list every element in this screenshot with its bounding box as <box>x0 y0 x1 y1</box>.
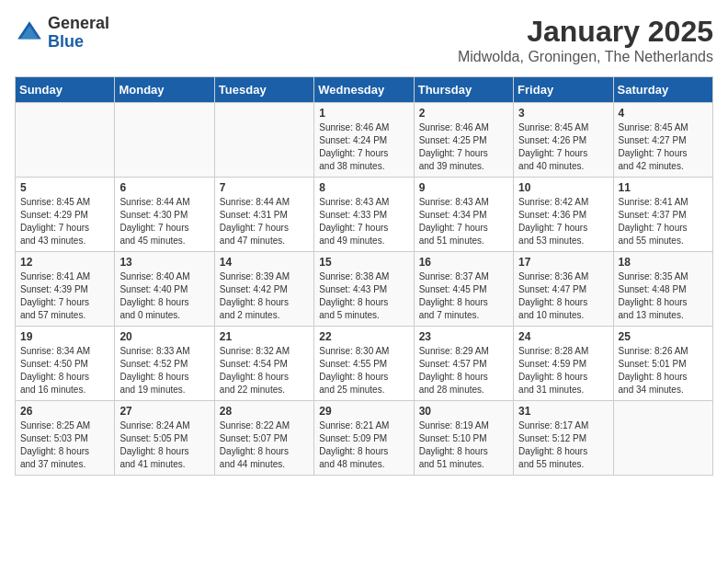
calendar-day-cell <box>115 103 214 178</box>
calendar-day-cell: 28Sunrise: 8:22 AM Sunset: 5:07 PM Dayli… <box>214 401 313 476</box>
calendar-day-cell: 21Sunrise: 8:32 AM Sunset: 4:54 PM Dayli… <box>214 327 313 401</box>
day-info: Sunrise: 8:44 AM Sunset: 4:31 PM Dayligh… <box>220 196 309 247</box>
day-info: Sunrise: 8:45 AM Sunset: 4:29 PM Dayligh… <box>20 196 109 247</box>
day-number: 22 <box>319 330 408 343</box>
day-info: Sunrise: 8:41 AM Sunset: 4:37 PM Dayligh… <box>619 196 708 247</box>
day-number: 28 <box>220 405 309 418</box>
calendar-week-row: 12Sunrise: 8:41 AM Sunset: 4:39 PM Dayli… <box>16 252 713 327</box>
weekday-header: Saturday <box>613 77 712 103</box>
calendar-day-cell: 27Sunrise: 8:24 AM Sunset: 5:05 PM Dayli… <box>115 401 214 476</box>
day-number: 17 <box>518 256 608 269</box>
day-number: 27 <box>119 405 209 418</box>
calendar-day-cell <box>613 401 712 476</box>
day-number: 31 <box>518 405 608 418</box>
calendar-day-cell: 26Sunrise: 8:25 AM Sunset: 5:03 PM Dayli… <box>16 401 115 476</box>
day-info: Sunrise: 8:35 AM Sunset: 4:48 PM Dayligh… <box>619 270 708 322</box>
day-number: 1 <box>319 107 408 120</box>
calendar-day-cell: 7Sunrise: 8:44 AM Sunset: 4:31 PM Daylig… <box>214 178 313 252</box>
weekday-header: Friday <box>514 77 613 103</box>
calendar-day-cell: 16Sunrise: 8:37 AM Sunset: 4:45 PM Dayli… <box>414 252 513 327</box>
weekday-header: Thursday <box>414 77 513 103</box>
day-number: 5 <box>20 181 109 194</box>
calendar-day-cell: 2Sunrise: 8:46 AM Sunset: 4:25 PM Daylig… <box>414 103 513 178</box>
calendar-week-row: 26Sunrise: 8:25 AM Sunset: 5:03 PM Dayli… <box>16 401 713 476</box>
calendar-day-cell <box>214 103 313 178</box>
day-number: 13 <box>119 256 209 269</box>
calendar-day-cell: 24Sunrise: 8:28 AM Sunset: 4:59 PM Dayli… <box>514 327 613 401</box>
day-info: Sunrise: 8:24 AM Sunset: 5:05 PM Dayligh… <box>119 419 209 471</box>
day-number: 26 <box>20 405 109 418</box>
day-number: 4 <box>619 107 708 120</box>
logo-icon <box>15 18 44 48</box>
day-info: Sunrise: 8:28 AM Sunset: 4:59 PM Dayligh… <box>518 345 608 396</box>
calendar-day-cell: 14Sunrise: 8:39 AM Sunset: 4:42 PM Dayli… <box>214 252 313 327</box>
day-number: 29 <box>319 405 408 418</box>
day-number: 24 <box>518 330 608 343</box>
calendar-day-cell: 13Sunrise: 8:40 AM Sunset: 4:40 PM Dayli… <box>115 252 214 327</box>
weekday-header: Tuesday <box>214 77 313 103</box>
day-number: 3 <box>518 107 608 120</box>
day-info: Sunrise: 8:36 AM Sunset: 4:47 PM Dayligh… <box>518 270 608 322</box>
calendar-day-cell: 20Sunrise: 8:33 AM Sunset: 4:52 PM Dayli… <box>115 327 214 401</box>
day-number: 23 <box>419 330 508 343</box>
day-number: 12 <box>20 256 109 269</box>
calendar-week-row: 19Sunrise: 8:34 AM Sunset: 4:50 PM Dayli… <box>16 327 713 401</box>
day-info: Sunrise: 8:26 AM Sunset: 5:01 PM Dayligh… <box>619 345 708 396</box>
calendar-day-cell: 19Sunrise: 8:34 AM Sunset: 4:50 PM Dayli… <box>16 327 115 401</box>
day-number: 21 <box>220 330 309 343</box>
title-block: January 2025 Midwolda, Groningen, The Ne… <box>458 15 713 65</box>
calendar-day-cell: 25Sunrise: 8:26 AM Sunset: 5:01 PM Dayli… <box>613 327 712 401</box>
day-number: 20 <box>119 330 209 343</box>
day-number: 30 <box>419 405 508 418</box>
calendar-day-cell: 23Sunrise: 8:29 AM Sunset: 4:57 PM Dayli… <box>414 327 513 401</box>
month-title: January 2025 <box>458 15 713 49</box>
calendar-day-cell: 15Sunrise: 8:38 AM Sunset: 4:43 PM Dayli… <box>314 252 414 327</box>
day-info: Sunrise: 8:32 AM Sunset: 4:54 PM Dayligh… <box>220 345 309 396</box>
day-number: 8 <box>319 181 408 194</box>
day-number: 25 <box>619 330 708 343</box>
day-info: Sunrise: 8:42 AM Sunset: 4:36 PM Dayligh… <box>518 196 608 247</box>
day-info: Sunrise: 8:22 AM Sunset: 5:07 PM Dayligh… <box>220 419 309 471</box>
day-info: Sunrise: 8:46 AM Sunset: 4:25 PM Dayligh… <box>419 121 508 173</box>
day-number: 2 <box>419 107 508 120</box>
calendar-table: SundayMondayTuesdayWednesdayThursdayFrid… <box>15 76 713 476</box>
weekday-header: Wednesday <box>314 77 414 103</box>
calendar-day-cell: 11Sunrise: 8:41 AM Sunset: 4:37 PM Dayli… <box>613 178 712 252</box>
calendar-header-row: SundayMondayTuesdayWednesdayThursdayFrid… <box>16 77 713 103</box>
day-info: Sunrise: 8:34 AM Sunset: 4:50 PM Dayligh… <box>20 345 109 396</box>
calendar-day-cell: 30Sunrise: 8:19 AM Sunset: 5:10 PM Dayli… <box>414 401 513 476</box>
calendar-day-cell: 29Sunrise: 8:21 AM Sunset: 5:09 PM Dayli… <box>314 401 414 476</box>
day-info: Sunrise: 8:40 AM Sunset: 4:40 PM Dayligh… <box>119 270 209 322</box>
logo-blue-text: Blue <box>48 33 109 52</box>
day-info: Sunrise: 8:41 AM Sunset: 4:39 PM Dayligh… <box>20 270 109 322</box>
calendar-day-cell: 1Sunrise: 8:46 AM Sunset: 4:24 PM Daylig… <box>314 103 414 178</box>
day-number: 7 <box>220 181 309 194</box>
calendar-day-cell: 18Sunrise: 8:35 AM Sunset: 4:48 PM Dayli… <box>613 252 712 327</box>
calendar-day-cell: 8Sunrise: 8:43 AM Sunset: 4:33 PM Daylig… <box>314 178 414 252</box>
day-info: Sunrise: 8:39 AM Sunset: 4:42 PM Dayligh… <box>220 270 309 322</box>
day-info: Sunrise: 8:38 AM Sunset: 4:43 PM Dayligh… <box>319 270 408 322</box>
calendar-day-cell: 9Sunrise: 8:43 AM Sunset: 4:34 PM Daylig… <box>414 178 513 252</box>
calendar-day-cell: 3Sunrise: 8:45 AM Sunset: 4:26 PM Daylig… <box>514 103 613 178</box>
day-number: 6 <box>119 181 209 194</box>
calendar-day-cell: 10Sunrise: 8:42 AM Sunset: 4:36 PM Dayli… <box>514 178 613 252</box>
day-info: Sunrise: 8:21 AM Sunset: 5:09 PM Dayligh… <box>319 419 408 471</box>
day-info: Sunrise: 8:29 AM Sunset: 4:57 PM Dayligh… <box>419 345 508 396</box>
calendar-week-row: 5Sunrise: 8:45 AM Sunset: 4:29 PM Daylig… <box>16 178 713 252</box>
day-info: Sunrise: 8:17 AM Sunset: 5:12 PM Dayligh… <box>518 419 608 471</box>
weekday-header: Sunday <box>16 77 115 103</box>
calendar-day-cell: 12Sunrise: 8:41 AM Sunset: 4:39 PM Dayli… <box>16 252 115 327</box>
day-info: Sunrise: 8:30 AM Sunset: 4:55 PM Dayligh… <box>319 345 408 396</box>
day-number: 15 <box>319 256 408 269</box>
calendar-day-cell: 6Sunrise: 8:44 AM Sunset: 4:30 PM Daylig… <box>115 178 214 252</box>
calendar-day-cell: 5Sunrise: 8:45 AM Sunset: 4:29 PM Daylig… <box>16 178 115 252</box>
day-number: 9 <box>419 181 508 194</box>
calendar-week-row: 1Sunrise: 8:46 AM Sunset: 4:24 PM Daylig… <box>16 103 713 178</box>
logo: General Blue <box>15 15 109 52</box>
location-title: Midwolda, Groningen, The Netherlands <box>458 49 713 65</box>
day-number: 10 <box>518 181 608 194</box>
day-info: Sunrise: 8:37 AM Sunset: 4:45 PM Dayligh… <box>419 270 508 322</box>
day-info: Sunrise: 8:46 AM Sunset: 4:24 PM Dayligh… <box>319 121 408 173</box>
weekday-header: Monday <box>115 77 214 103</box>
day-info: Sunrise: 8:43 AM Sunset: 4:33 PM Dayligh… <box>319 196 408 247</box>
